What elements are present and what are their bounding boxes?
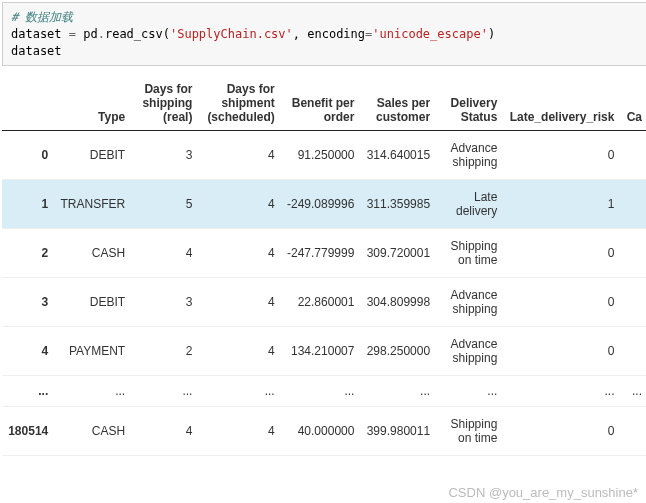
cell: 180514 [2,407,54,456]
cell: 0 [503,407,620,456]
cell: 0 [2,131,54,180]
col-index [2,76,54,131]
col-days-shipment-scheduled: Days for shipment (scheduled) [198,76,280,131]
ellipsis-cell: ... [2,376,54,407]
cell: 304.809998 [360,278,436,327]
cell: 0 [503,327,620,376]
ellipsis-cell: ... [503,376,620,407]
cell: 40.000000 [281,407,361,456]
cell: 4 [198,131,280,180]
cell: Advance shipping [436,327,503,376]
cell: Advance shipping [436,278,503,327]
ellipsis-cell: ... [436,376,503,407]
col-type: Type [54,76,131,131]
cell: Shipping on time [436,407,503,456]
cell: -613.770019 [281,494,361,503]
cell: 4 [131,229,198,278]
table-row: 1TRANSFER54-249.089996311.359985Late del… [2,180,646,229]
cell: 3 [131,278,198,327]
table-row: 4PAYMENT24134.210007298.250000Advance sh… [2,327,646,376]
cell: Advance shipping [436,131,503,180]
code-line-3: dataset [11,43,639,60]
cell: CASH [54,407,131,456]
cell: 298.250000 [360,327,436,376]
code-line-1: # 数据加载 [11,9,639,26]
col-benefit-per-order: Benefit per order [281,76,361,131]
cell: 91.250000 [281,131,361,180]
cell: Late delivery [436,180,503,229]
cell: 0 [503,131,620,180]
watermark: CSDN @you_are_my_sunshine* [448,485,638,500]
cell: DEBIT [54,131,131,180]
ellipsis-cell: ... [54,376,131,407]
cell: 2 [198,494,280,503]
cell: DEBIT [54,494,131,503]
col-sales-per-customer: Sales per customer [360,76,436,131]
ellipsis-cell: ... [198,376,280,407]
ellipsis-cell: ... [620,376,646,407]
ellipsis-cell: ... [360,376,436,407]
dataframe-table: Type Days for shipping (real) Days for s… [2,76,646,503]
cell: 2 [2,229,54,278]
cell: 4 [198,327,280,376]
col-late-delivery-risk: Late_delivery_risk [503,76,620,131]
cell [620,229,646,278]
cell: Shipping on time [436,229,503,278]
comment: # 数据加载 [11,10,73,24]
cell: 1 [2,180,54,229]
cell: 3 [2,278,54,327]
cell: 4 [2,327,54,376]
cell: 2 [131,327,198,376]
table-header: Type Days for shipping (real) Days for s… [2,76,646,131]
cell: 0 [503,278,620,327]
col-days-shipping-real: Days for shipping (real) [131,76,198,131]
cell: 4 [131,407,198,456]
table-row: ........................... [2,376,646,407]
cell: 5 [131,180,198,229]
cell: DEBIT [54,278,131,327]
cell: 4 [198,180,280,229]
table-row: 3DEBIT3422.860001304.809998Advance shipp… [2,278,646,327]
cell [620,407,646,456]
cell: 1 [503,180,620,229]
code-cell: # 数据加载 dataset = pd.read_csv('SupplyChai… [2,2,646,66]
cell: -247.779999 [281,229,361,278]
cell [620,327,646,376]
code-line-2: dataset = pd.read_csv('SupplyChain.csv',… [11,26,639,43]
cell: 134.210007 [281,327,361,376]
cell: -249.089996 [281,180,361,229]
cell [620,278,646,327]
cell: 3 [131,131,198,180]
ellipsis-cell: ... [281,376,361,407]
cell: 4 [198,407,280,456]
cell [620,180,646,229]
ellipsis-cell: ... [131,376,198,407]
cell: 4 [198,278,280,327]
cell: 3 [131,494,198,503]
cell [620,131,646,180]
table-row: 0DEBIT3491.250000314.640015Advance shipp… [2,131,646,180]
table-body: 0DEBIT3491.250000314.640015Advance shipp… [2,131,646,503]
cell: PAYMENT [54,327,131,376]
cell: 311.359985 [360,180,436,229]
cell: CASH [54,229,131,278]
col-delivery-status: Delivery Status [436,76,503,131]
table-row: 2CASH44-247.779999309.720001Shipping on … [2,229,646,278]
cell: 309.720001 [360,229,436,278]
cell: 314.640015 [360,131,436,180]
cell: TRANSFER [54,180,131,229]
cell: 395.980011 [360,494,436,503]
cell: 399.980011 [360,407,436,456]
cell: 180515 [2,494,54,503]
col-ca: Ca [620,76,646,131]
cell: 22.860001 [281,278,361,327]
cell: 0 [503,229,620,278]
table-row: 180514CASH4440.000000399.980011Shipping … [2,407,646,456]
cell: 4 [198,229,280,278]
